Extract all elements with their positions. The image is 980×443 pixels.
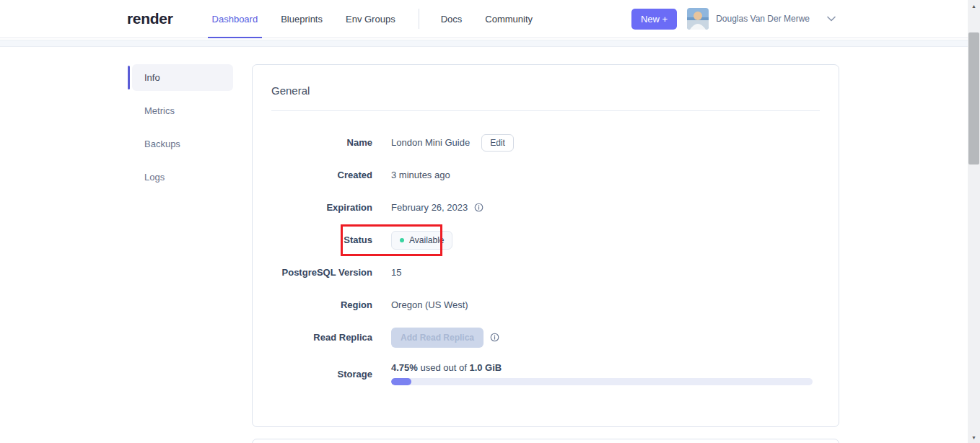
nav-blueprints[interactable]: Blueprints [279, 0, 324, 38]
name-value: London Mini Guide [391, 137, 470, 148]
edit-name-button[interactable]: Edit [481, 134, 514, 152]
new-button[interactable]: New + [631, 9, 677, 30]
sidebar: Info Metrics Backups Logs [132, 64, 233, 427]
row-postgresql-version: PostgreSQL Version 15 [271, 256, 820, 289]
user-avatar[interactable] [687, 8, 709, 30]
row-storage: Storage 4.75% used out of 1.0 GiB [271, 354, 820, 394]
sidebar-item-logs[interactable]: Logs [132, 164, 233, 190]
render-logo[interactable]: render [127, 10, 173, 27]
region-value: Oregon (US West) [391, 299, 468, 310]
region-label: Region [271, 299, 372, 310]
expiration-label: Expiration [271, 202, 372, 213]
card-title: General [271, 65, 820, 110]
created-label: Created [271, 170, 372, 180]
subheader-strip [0, 40, 968, 47]
status-label: Status [271, 234, 372, 245]
sidebar-item-metrics[interactable]: Metrics [132, 97, 233, 124]
scrollbar-thumb[interactable] [968, 32, 979, 165]
status-dot-icon [400, 238, 404, 242]
scrollbar-down-arrow[interactable]: ▼ [968, 431, 980, 443]
expiration-info-icon[interactable] [474, 203, 484, 212]
row-region: Region Oregon (US West) [271, 289, 820, 321]
status-badge-text: Available [409, 235, 444, 245]
status-badge: Available [391, 231, 452, 250]
storage-progress-fill [391, 378, 411, 385]
user-name[interactable]: Douglas Van Der Merwe [716, 14, 810, 24]
nav-dashboard[interactable]: Dashboard [211, 0, 260, 38]
read-replica-label: Read Replica [271, 332, 372, 343]
storage-connector-text: used out of [418, 362, 470, 373]
scrollbar-up-arrow[interactable]: ▲ [968, 0, 980, 12]
nav-divider [419, 9, 419, 29]
chevron-down-icon[interactable] [827, 16, 836, 22]
read-replica-info-icon[interactable] [490, 333, 499, 342]
avatar-image [687, 8, 709, 30]
version-label: PostgreSQL Version [271, 267, 372, 278]
nav-docs[interactable]: Docs [439, 0, 464, 38]
row-status: Status Available [271, 224, 820, 256]
general-card: General Name London Mini Guide Edit Crea… [252, 64, 839, 427]
name-label: Name [271, 137, 372, 148]
row-name: Name London Mini Guide Edit [271, 126, 820, 159]
storage-usage-text: 4.75% used out of 1.0 GiB [391, 362, 502, 373]
created-value: 3 minutes ago [391, 170, 450, 180]
version-value: 15 [391, 267, 401, 278]
add-read-replica-button[interactable]: Add Read Replica [391, 328, 484, 348]
next-card-top-edge [252, 439, 839, 443]
row-expiration: Expiration February 26, 2023 [271, 191, 820, 224]
storage-total: 1.0 GiB [469, 362, 502, 373]
expiration-value: February 26, 2023 [391, 202, 468, 213]
page-scrollbar[interactable]: ▲ ▼ [968, 0, 980, 443]
main-nav: Dashboard Blueprints Env Groups Docs Com… [211, 0, 554, 38]
nav-env-groups[interactable]: Env Groups [344, 0, 397, 38]
top-navbar: render Dashboard Blueprints Env Groups D… [0, 0, 980, 38]
storage-used-percent: 4.75% [391, 362, 418, 373]
sidebar-item-backups[interactable]: Backups [132, 131, 233, 157]
sidebar-item-info[interactable]: Info [132, 64, 233, 91]
storage-progress-bar [391, 378, 813, 385]
row-read-replica: Read Replica Add Read Replica [271, 321, 820, 354]
nav-community[interactable]: Community [484, 0, 534, 38]
storage-label: Storage [271, 369, 372, 380]
row-created: Created 3 minutes ago [271, 159, 820, 191]
